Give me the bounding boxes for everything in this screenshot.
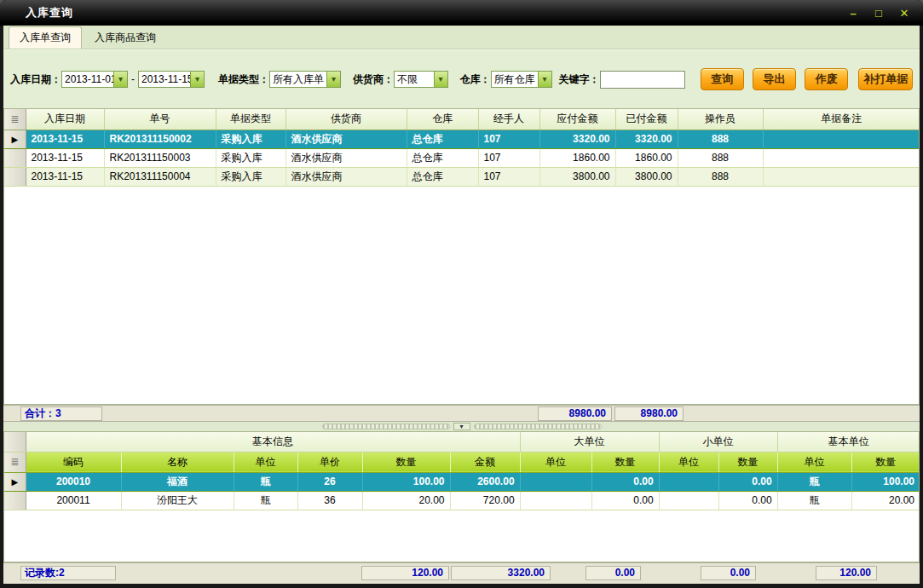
chevron-down-icon[interactable]: ▾ [326, 72, 340, 87]
cell[interactable]: 采购入库 [216, 130, 286, 148]
column-header[interactable]: 数量 [591, 452, 659, 472]
cell[interactable]: 2600.00 [450, 472, 520, 491]
keyword-input[interactable] [600, 71, 685, 89]
column-header[interactable]: 数量 [362, 452, 450, 472]
cell[interactable]: 2013-11-15 [26, 130, 104, 148]
column-header[interactable]: 已付金额 [615, 109, 678, 130]
cell[interactable]: 107 [478, 130, 539, 148]
void-button[interactable]: 作废 [805, 68, 848, 90]
cell[interactable]: 1860.00 [539, 148, 615, 167]
supplier-select[interactable]: 不限 ▾ [394, 71, 448, 88]
cell[interactable]: 36 [297, 491, 362, 510]
column-header[interactable]: 单号 [104, 109, 216, 130]
splitter-grip[interactable] [474, 424, 602, 429]
column-header[interactable]: 单位 [777, 452, 851, 472]
cell[interactable]: 20.00 [362, 491, 450, 510]
cell[interactable]: 2013-11-15 [26, 167, 104, 186]
cell[interactable]: 瓶 [777, 491, 851, 510]
cell[interactable] [659, 472, 718, 491]
chevron-down-icon[interactable]: ▾ [190, 72, 204, 87]
table-row[interactable]: 2013-11-15RK201311150003采购入库酒水供应商总仓库1071… [4, 148, 920, 167]
maximize-icon[interactable]: □ [872, 7, 886, 20]
column-header[interactable]: 单据备注 [763, 109, 920, 130]
date-to-select[interactable]: 2013-11-15 ▾ [138, 71, 205, 88]
cell[interactable]: 100.00 [362, 472, 450, 491]
column-header[interactable]: 操作员 [678, 109, 763, 130]
column-header[interactable]: 单价 [297, 452, 362, 472]
column-header[interactable]: 应付金额 [539, 109, 615, 130]
cell[interactable]: RK201311150004 [104, 167, 216, 186]
cell[interactable]: 26 [297, 472, 362, 491]
cell[interactable] [520, 472, 591, 491]
column-header[interactable]: 编码 [26, 452, 121, 472]
cell[interactable]: 总仓库 [407, 148, 478, 167]
reprint-button[interactable]: 补打单据 [858, 68, 913, 90]
chevron-down-icon[interactable]: ▾ [538, 72, 551, 87]
cell[interactable]: RK201311150002 [104, 130, 216, 148]
cell[interactable]: 采购入库 [216, 148, 286, 167]
cell[interactable]: 200011 [26, 491, 121, 510]
cell[interactable]: 888 [678, 167, 763, 186]
cell[interactable] [763, 130, 920, 148]
collapse-panel-button[interactable]: ▾ [453, 423, 470, 430]
type-select[interactable]: 所有入库单 ▾ [269, 71, 341, 88]
cell[interactable]: 107 [478, 148, 539, 167]
cell[interactable]: 888 [678, 130, 763, 148]
cell[interactable] [763, 148, 920, 167]
panel-splitter[interactable]: ▾ [3, 422, 920, 431]
column-header[interactable]: 金额 [450, 452, 520, 472]
column-header[interactable]: 经手人 [478, 109, 539, 130]
cell[interactable]: 720.00 [450, 491, 520, 510]
cell[interactable] [659, 491, 718, 510]
cell[interactable]: 瓶 [234, 491, 297, 510]
column-header[interactable]: 单位 [520, 452, 591, 472]
cell[interactable]: 107 [478, 167, 539, 186]
cell[interactable]: 瓶 [234, 472, 297, 491]
cell[interactable]: 总仓库 [407, 130, 478, 148]
cell[interactable]: 888 [678, 148, 763, 167]
cell[interactable]: 3320.00 [615, 130, 678, 148]
table-row[interactable]: 2013-11-15RK201311150004采购入库酒水供应商总仓库1073… [4, 167, 920, 186]
column-header[interactable]: 单位 [234, 452, 297, 472]
cell[interactable]: 酒水供应商 [286, 130, 407, 148]
cell[interactable]: 酒水供应商 [286, 148, 407, 167]
column-header[interactable]: 数量 [718, 452, 777, 472]
cell[interactable]: 瓶 [777, 472, 851, 491]
splitter-grip[interactable] [322, 424, 450, 429]
cell[interactable]: 0.00 [591, 472, 659, 491]
export-button[interactable]: 导出 [753, 68, 796, 90]
table-row[interactable]: 200011汾阳王大瓶3620.00720.000.000.00瓶20.00 [4, 491, 920, 510]
cell[interactable]: 100.00 [851, 472, 920, 491]
column-header[interactable]: 入库日期 [26, 109, 104, 130]
column-header[interactable]: 名称 [121, 452, 234, 472]
chevron-down-icon[interactable]: ▾ [113, 72, 127, 87]
cell[interactable]: 采购入库 [216, 167, 286, 186]
chevron-down-icon[interactable]: ▾ [434, 72, 447, 87]
column-header[interactable]: 供货商 [286, 109, 407, 130]
tab-inbound-goods-query[interactable]: 入库商品查询 [84, 26, 167, 49]
table-row[interactable]: ▶200010福酒瓶26100.002600.000.000.00瓶100.00 [4, 472, 920, 491]
query-button[interactable]: 查询 [701, 68, 744, 90]
column-header[interactable]: 数量 [851, 452, 920, 472]
minimize-icon[interactable]: – [846, 7, 860, 20]
column-header[interactable]: 单位 [659, 452, 718, 472]
table-row[interactable]: ▶2013-11-15RK201311150002采购入库酒水供应商总仓库107… [4, 130, 920, 148]
cell[interactable]: 20.00 [851, 491, 920, 510]
cell[interactable]: 汾阳王大 [121, 491, 234, 510]
cell[interactable]: 1860.00 [615, 148, 678, 167]
tab-inbound-order-query[interactable]: 入库单查询 [9, 26, 82, 49]
cell[interactable]: RK201311150003 [104, 148, 216, 167]
cell[interactable]: 0.00 [718, 472, 777, 491]
close-icon[interactable]: ✕ [897, 7, 911, 20]
cell[interactable]: 2013-11-15 [26, 148, 104, 167]
cell[interactable]: 0.00 [591, 491, 659, 510]
cell[interactable] [520, 491, 591, 510]
cell[interactable]: 3800.00 [539, 167, 615, 186]
cell[interactable]: 福酒 [121, 472, 234, 491]
cell[interactable]: 酒水供应商 [286, 167, 407, 186]
date-from-select[interactable]: 2013-11-01 ▾ [61, 71, 128, 88]
cell[interactable]: 0.00 [718, 491, 777, 510]
column-header[interactable]: 仓库 [407, 109, 478, 130]
cell[interactable]: 3800.00 [615, 167, 678, 186]
cell[interactable] [763, 167, 920, 186]
